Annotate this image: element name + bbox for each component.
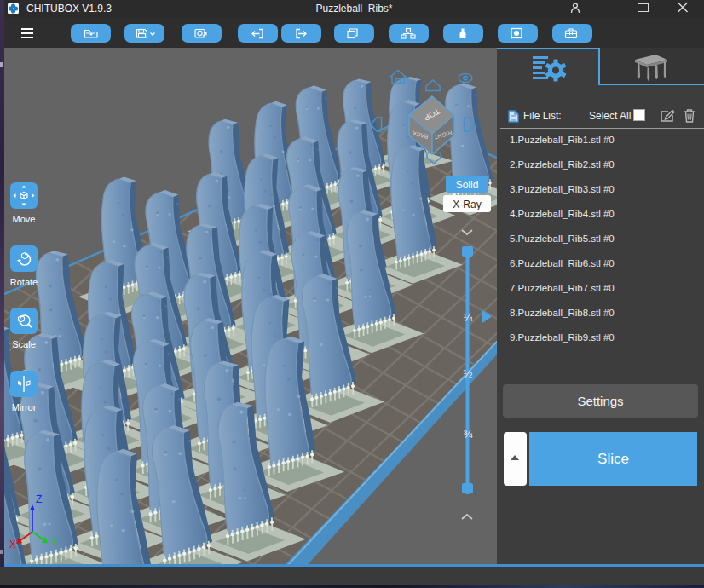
svg-text:½: ½ <box>464 367 473 380</box>
svg-text:Z: Z <box>36 493 42 505</box>
svg-text:¼: ¼ <box>464 311 473 324</box>
svg-text:X: X <box>9 539 16 551</box>
svg-text:Y: Y <box>51 536 58 548</box>
svg-text:X-Ray: X-Ray <box>453 199 481 210</box>
svg-text:¾: ¾ <box>464 428 473 441</box>
svg-text:Solid: Solid <box>456 179 479 191</box>
